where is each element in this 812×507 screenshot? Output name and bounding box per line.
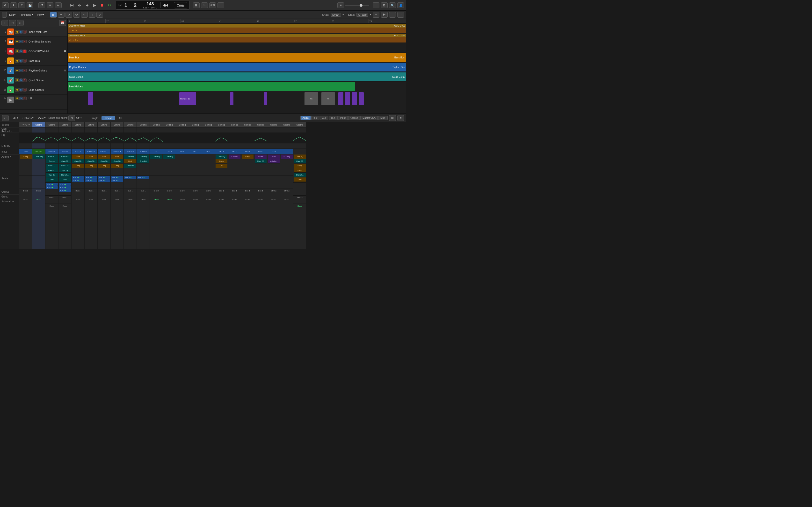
align-left[interactable]: ⊣: [373, 12, 379, 18]
loop-tool[interactable]: ⟳: [73, 12, 80, 18]
list-view-btn[interactable]: ☰: [373, 2, 379, 8]
ch7-fx3[interactable]: Comp: [111, 164, 123, 168]
to-end-btn[interactable]: ⏭: [84, 3, 91, 8]
ch12-setting[interactable]: Setting: [176, 122, 189, 127]
ch12-automation[interactable]: Read: [176, 197, 189, 201]
ch9-eq[interactable]: [137, 133, 150, 144]
solo-16[interactable]: S: [19, 88, 23, 92]
ch20-setting[interactable]: Setting: [280, 122, 293, 127]
ch6-setting[interactable]: Setting: [98, 122, 110, 127]
ch20-input[interactable]: B 21: [280, 149, 293, 154]
fx-clip-fx2[interactable]: FX: [321, 92, 335, 105]
nudge-right[interactable]: →: [397, 12, 404, 18]
ch17-input[interactable]: Bus 4: [241, 149, 254, 154]
ch11-eq[interactable]: [163, 133, 176, 144]
filter-midi[interactable]: MIDI: [378, 116, 388, 120]
ch3-fx6[interactable]: Limit: [59, 177, 71, 182]
audio-icon[interactable]: S: [201, 2, 208, 8]
fx-clip-s2[interactable]: [345, 92, 350, 105]
tuner-btn[interactable]: ♪: [217, 2, 224, 8]
filter-bus[interactable]: Bus: [329, 116, 337, 120]
ch21-output[interactable]: St Out: [293, 195, 306, 200]
fx-clip-s3[interactable]: [352, 92, 357, 105]
pointer-tool[interactable]: ↗: [65, 12, 72, 18]
ch1-fx-chaneq[interactable]: Chan EQ: [33, 155, 45, 159]
ch17-fx1[interactable]: Comp: [242, 155, 254, 159]
ch3-automation[interactable]: Read: [58, 204, 71, 208]
ch3-send3[interactable]: Bus 5●: [59, 189, 71, 192]
ch10-setting[interactable]: Setting: [150, 122, 163, 127]
ch20-eq[interactable]: [280, 133, 293, 144]
ch1-output[interactable]: Bus 1: [33, 189, 45, 193]
ch0-setting[interactable]: Empty Kit: [19, 122, 32, 127]
ch7-send1[interactable]: Bus 3●: [111, 176, 123, 179]
mixer-list-btn[interactable]: ≡: [397, 115, 404, 121]
ch18-fx1[interactable]: SilVerb: [255, 155, 266, 159]
shortcut-btn[interactable]: s234: [209, 2, 216, 8]
filter-inst[interactable]: Inst: [311, 116, 319, 120]
ch14-setting[interactable]: Setting: [202, 122, 215, 127]
mixer-view-menu[interactable]: View ▾: [37, 116, 47, 120]
ch14-eq[interactable]: [202, 133, 215, 144]
app-icon-3[interactable]: ?: [18, 2, 25, 8]
ch7-automation[interactable]: Read: [111, 197, 123, 201]
ch19-fx2[interactable]: Valhalla...: [268, 159, 280, 163]
tab-single[interactable]: Single: [88, 116, 101, 120]
ch2-send1[interactable]: Bus 3●: [46, 183, 58, 186]
rec-20[interactable]: R: [23, 97, 27, 100]
ch13-eq[interactable]: [189, 133, 202, 144]
ch0-automation[interactable]: Read: [19, 197, 32, 201]
view-menu[interactable]: View ▾: [36, 12, 46, 17]
ch8-input[interactable]: Ko15-16: [124, 149, 137, 154]
filter-audio[interactable]: Audio: [300, 116, 311, 120]
filter-output[interactable]: Output: [348, 116, 360, 120]
ch4-input[interactable]: Kont7-8: [71, 149, 84, 154]
ch3-fx1[interactable]: Chan EQ: [59, 155, 71, 159]
ch4-send2[interactable]: Bus 4●: [72, 179, 84, 182]
solo-2[interactable]: S: [19, 40, 23, 43]
track-row-10[interactable]: 10 🎸 M S R Rhythm Guitars: [0, 66, 67, 75]
ch15-setting[interactable]: Setting: [215, 122, 228, 127]
ch16-setting[interactable]: Setting: [228, 122, 241, 127]
track-row-16[interactable]: 16 🎸 M S R Lead Guitars: [0, 85, 67, 95]
pencil-tool[interactable]: ✏: [58, 12, 64, 18]
fx-clip-fx[interactable]: FX: [305, 92, 318, 105]
ch3-send1[interactable]: Bus 3●: [59, 183, 71, 186]
fx-clip-reverse[interactable]: Reverse Cr: [179, 92, 196, 105]
solo-20[interactable]: S: [19, 97, 23, 100]
mute-7[interactable]: M: [15, 59, 19, 62]
ch16-output[interactable]: Bus 1: [228, 189, 241, 193]
ch2-fx3[interactable]: Chan EQ: [46, 164, 58, 168]
ch1-setting[interactable]: Setting: [33, 122, 45, 127]
solo-6[interactable]: S: [19, 50, 23, 53]
ch3-output[interactable]: Bus 1: [58, 195, 71, 200]
tab-tracks[interactable]: Tracks: [101, 116, 115, 120]
ch16-automation[interactable]: Read: [228, 197, 241, 201]
ch9-fx1[interactable]: Chan EQ: [137, 155, 149, 159]
ch18-automation[interactable]: Read: [254, 197, 267, 201]
ch21-fx3[interactable]: Comp: [294, 164, 306, 168]
clip-rhythm-guitars[interactable]: Rhythm Guitars Rhythm Gui: [68, 63, 406, 71]
mute-2[interactable]: M: [15, 40, 19, 43]
ch15-fx2[interactable]: Comp: [215, 159, 227, 163]
mute-16[interactable]: M: [15, 88, 19, 92]
ch13-automation[interactable]: Read: [189, 197, 202, 201]
rec-7[interactable]: R: [23, 59, 27, 62]
solo-1[interactable]: S: [19, 30, 23, 34]
ch4-setting[interactable]: Setting: [71, 122, 84, 127]
clip-bass-bus[interactable]: Bass Bus Bass Bus: [68, 53, 406, 62]
ch7-send2[interactable]: Bus 4●: [111, 179, 123, 182]
ch17-setting[interactable]: Setting: [241, 122, 254, 127]
ch6-eq[interactable]: [98, 133, 110, 144]
clip-quad-guitars[interactable]: Quad Guitars Quad Guita: [68, 72, 406, 81]
ch15-output[interactable]: Bus 1: [215, 189, 228, 193]
ch2-fx1[interactable]: Chan EQ: [46, 155, 58, 159]
ch21-setting[interactable]: Setting: [293, 122, 306, 127]
ch6-input[interactable]: Ko11-12: [98, 149, 110, 154]
ch5-send2[interactable]: Bus 4●: [85, 179, 97, 182]
ch9-input[interactable]: Ko17-18: [137, 149, 150, 154]
ch6-send2[interactable]: Bus 4●: [98, 179, 110, 182]
ch10-output[interactable]: St Out: [150, 189, 163, 193]
fx-clip-s4[interactable]: [359, 92, 364, 105]
mixer-grid-btn[interactable]: ⊞: [389, 115, 396, 121]
